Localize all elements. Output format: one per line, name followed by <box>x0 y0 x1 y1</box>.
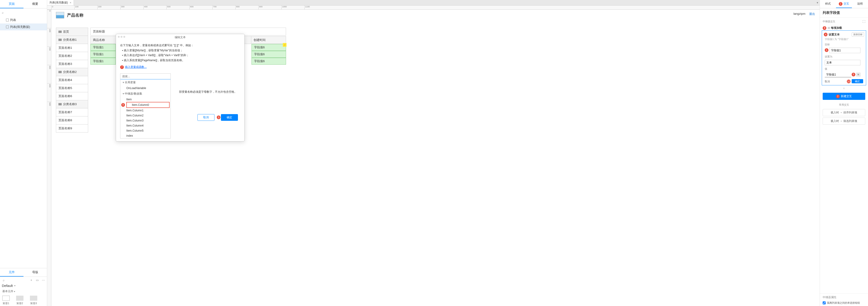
table-cell[interactable]: 字段值1 <box>90 44 116 51</box>
tab-widgets[interactable]: 元件 <box>0 268 24 277</box>
tab-dropdown-icon[interactable]: ▾ <box>817 1 818 4</box>
var-item[interactable]: OnLoadVariable <box>120 86 170 91</box>
table-cell[interactable]: 字段值6 <box>251 51 286 58</box>
var-group-global[interactable]: 全局变量 <box>120 80 170 86</box>
isolate-checkbox[interactable] <box>823 301 826 304</box>
widget-search-row: ⌕ + ▭ ⋯ <box>0 277 47 283</box>
tree-item[interactable]: 列表(填充数据) <box>0 24 47 30</box>
common-interaction-sort[interactable]: 载入时 → 排序列表项 <box>823 109 865 116</box>
widget-name[interactable]: 列表字段值 <box>820 8 868 17</box>
add-action-button[interactable]: + <box>820 85 868 91</box>
table-cell[interactable]: 字段值1 <box>90 51 116 58</box>
page-tree: 列表 列表(填充数据) <box>0 17 47 268</box>
logout-link[interactable]: 退出 <box>809 12 815 16</box>
var-item-column0[interactable]: Item.Column0 <box>126 102 169 108</box>
common-interaction-filter[interactable]: 载入时 → 筛选列表项 <box>823 118 865 125</box>
library-select[interactable]: Default ▾ <box>0 283 47 288</box>
library-icon[interactable]: ▭ <box>35 278 39 282</box>
sidebar-item[interactable]: 分类名称2 <box>56 68 88 76</box>
folder-icon <box>58 31 62 33</box>
action-row[interactable]: 4 设置文本 添加目标 <box>824 32 864 37</box>
confirm-button[interactable]: 确定 <box>852 79 863 83</box>
sidebar-item[interactable]: 页面名称3 <box>56 60 88 68</box>
sidebar-item[interactable]: 页面名称4 <box>56 76 88 84</box>
left-tabs: 页面 概要 <box>0 0 47 8</box>
fx-button[interactable]: fx <box>856 73 860 76</box>
modal-bullet: 插入系统变量[[PageName]]，获取当前页面名称。 <box>122 58 240 63</box>
step-badge: 6 <box>852 73 855 76</box>
close-icon[interactable]: × <box>70 1 71 4</box>
step-badge: 7 <box>120 65 124 69</box>
target-select[interactable] <box>829 48 860 53</box>
folder-icon <box>58 103 62 105</box>
sidebar-item[interactable]: 分类名称1 <box>56 36 88 44</box>
document-tabs: 列表(填充数据) × ▾ <box>47 0 820 5</box>
action-description: 字段值1 为 "字段值1" <box>824 37 864 42</box>
basic-widgets-header: 基本元件 ▾ <box>0 288 47 295</box>
search-icon[interactable]: ⌕ <box>2 278 5 282</box>
tree-item-label: 列表 <box>10 18 16 22</box>
add-icon[interactable]: + <box>29 278 33 282</box>
sidebar-item[interactable]: 页面名称2 <box>56 52 88 60</box>
value-input[interactable] <box>825 72 851 77</box>
tab-masters[interactable]: 母版 <box>24 268 47 277</box>
var-group-repeater[interactable]: 中继器/数据集 <box>120 91 170 97</box>
var-item[interactable]: Item <box>120 97 170 102</box>
sidebar-item[interactable]: 页面名称1 <box>56 44 88 52</box>
insert-variable-link[interactable]: 插入变量或函数... <box>125 65 147 70</box>
modal-intro: 在下方输入文本，变量名称或表达式要写在 "[[ ]]" 中。例如： <box>120 43 240 48</box>
sidebar-item[interactable]: 页面名称7 <box>56 109 88 116</box>
setto-select[interactable] <box>825 60 860 65</box>
cancel-link[interactable]: 取消 <box>825 80 830 83</box>
shape-row: 矩形1 矩形2 矩形3 <box>0 295 47 306</box>
repeater-properties-header: 中继器属性 <box>820 293 868 301</box>
page-search-input[interactable] <box>5 10 45 15</box>
var-item[interactable]: Item.Column4 <box>120 123 170 128</box>
sidebar-item[interactable]: 页面名称8 <box>56 116 88 124</box>
table-cell[interactable]: 字段值6 <box>251 44 286 51</box>
new-interaction-button[interactable]: 2 新建交互 <box>823 93 865 100</box>
user-area: langzipm 退出 <box>794 12 815 16</box>
th-name: 商品名称 <box>91 36 116 44</box>
var-item[interactable]: Item.Column1 <box>120 108 170 113</box>
tree-item[interactable]: 列表 <box>0 17 47 24</box>
isolate-label: 隔离列表项之间的单选按钮组 <box>827 301 860 305</box>
var-item[interactable]: Item.Column2 <box>120 113 170 118</box>
more-icon[interactable]: ⋯ <box>41 278 45 282</box>
event-row[interactable]: 3 每项加载 <box>820 26 868 30</box>
step-badge: 10 <box>847 80 850 83</box>
sidebar-item[interactable]: 页面名称6 <box>56 92 88 100</box>
expand-icon[interactable]: ⛶ <box>863 20 865 23</box>
var-item[interactable]: index <box>120 133 170 138</box>
document-tab[interactable]: 列表(填充数据) × <box>47 0 74 5</box>
var-item[interactable]: Item.Column3 <box>120 118 170 123</box>
tab-style[interactable]: 样式 <box>820 0 836 8</box>
variable-panel: 全局变量 OnLoadVariable 中继器/数据集 Item 8 Item.… <box>120 73 171 139</box>
variable-search[interactable] <box>120 73 170 80</box>
interaction-editor: 4 设置文本 添加目标 字段值1 为 "字段值1" 目标 5 设置为 值 <box>822 30 866 85</box>
canvas[interactable]: 产品名称 langzipm 退出 首页 分类名称1 页面名称1 页面名称2 页面… <box>51 10 820 306</box>
modal-body: 在下方输入文本，变量名称或表达式要写在 "[[ ]]" 中。例如： 插入变量[[… <box>116 41 244 72</box>
table-cell[interactable]: 字段值6 <box>251 58 286 65</box>
tab-interaction[interactable]: 1 交互 <box>836 0 852 8</box>
sidebar-item[interactable]: 页面名称9 <box>56 124 88 132</box>
var-item[interactable]: Item.Column5 <box>120 128 170 133</box>
action-name: 设置文本 <box>829 33 840 36</box>
table-cell[interactable]: 字段值1 <box>90 58 116 65</box>
tab-overview[interactable]: 概要 <box>24 0 47 8</box>
cancel-button[interactable]: 取消 <box>197 114 214 121</box>
tab-notes[interactable]: 说明 <box>852 0 868 8</box>
shape-rect3[interactable]: 矩形3 <box>30 296 37 305</box>
tab-pages[interactable]: 页面 <box>0 0 24 8</box>
sidebar-item[interactable]: 分类名称3 <box>56 100 88 109</box>
sidebar-item[interactable]: 页面名称5 <box>56 84 88 92</box>
lightning-icon[interactable]: ⚡ <box>283 43 286 47</box>
shape-rect1[interactable]: 矩形1 <box>2 296 10 305</box>
search-icon[interactable]: ⌕ <box>2 11 4 14</box>
ok-button[interactable]: 确定 <box>221 114 238 121</box>
add-target-button[interactable]: 添加目标 <box>852 32 864 37</box>
shape-rect2[interactable]: 矩形2 <box>16 296 24 305</box>
step-badge: 1 <box>839 2 842 6</box>
sidebar-item[interactable]: 首页 <box>56 28 88 36</box>
window-controls[interactable] <box>118 36 125 38</box>
